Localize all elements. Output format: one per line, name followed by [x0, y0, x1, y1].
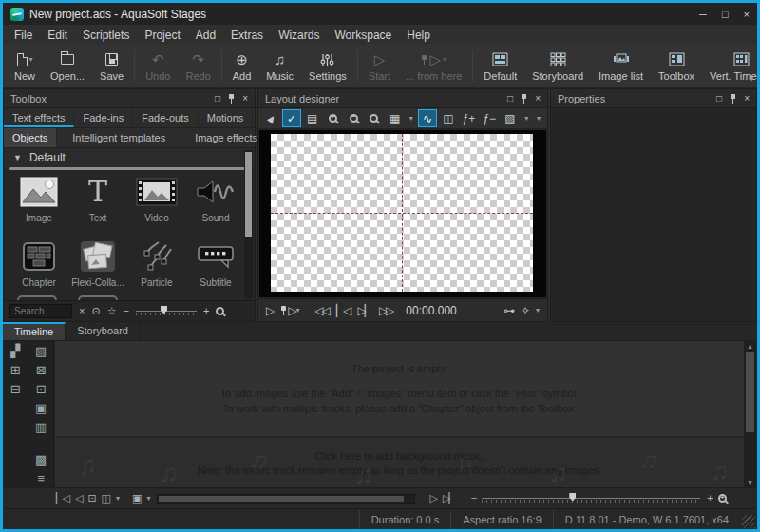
tab-timeline[interactable]: Timeline: [3, 322, 66, 340]
menu-scriptlets[interactable]: Scriptlets: [75, 28, 137, 42]
skip-to-end-icon[interactable]: ▷▏: [443, 493, 455, 504]
object-subtitle[interactable]: Subtitle: [186, 238, 245, 295]
expand-tracks-icon[interactable]: ⊞: [10, 364, 21, 376]
tab-fade-ins[interactable]: Fade-ins: [74, 108, 133, 127]
menu-add[interactable]: Add: [188, 28, 223, 42]
save-button[interactable]: Save: [92, 47, 131, 86]
pages-view-icon[interactable]: ◫: [102, 493, 109, 504]
menu-project[interactable]: Project: [137, 28, 187, 42]
select-tool-icon[interactable]: ▶: [261, 109, 281, 127]
zoom-out-icon[interactable]: −: [344, 109, 364, 127]
menu-wizards[interactable]: Wizards: [271, 28, 327, 42]
workspace-toolbox-button[interactable]: Toolbox: [651, 47, 702, 86]
timeline-empty-area[interactable]: The project is empty. To add images use …: [55, 341, 744, 436]
transparent-canvas[interactable]: [271, 134, 533, 292]
clear-search-icon[interactable]: ×: [79, 306, 85, 316]
play-from-here-button[interactable]: ▷ ▾: [280, 305, 299, 316]
float-panel-icon[interactable]: □: [215, 94, 220, 104]
scrollbar-thumb[interactable]: [159, 496, 404, 502]
object-flexi-collage[interactable]: Flexi-Colla...: [68, 238, 127, 295]
motion-path-icon[interactable]: ∿: [418, 109, 438, 127]
chevron-down-icon[interactable]: ▾: [146, 494, 150, 503]
chevron-down-icon[interactable]: ▾: [536, 306, 540, 314]
float-panel-icon[interactable]: □: [716, 94, 722, 104]
keyframe-add-icon[interactable]: ƒ+: [459, 109, 479, 127]
start-button[interactable]: ▷ Start: [361, 47, 398, 86]
effects-icon[interactable]: ✧: [521, 305, 528, 316]
pin-panel-icon[interactable]: [730, 94, 736, 104]
tab-storyboard[interactable]: Storyboard: [66, 322, 141, 340]
menu-extras[interactable]: Extras: [223, 28, 271, 42]
canvas-area[interactable]: [259, 130, 546, 297]
minimize-icon[interactable]: ─: [699, 9, 707, 20]
grid-options-caret-icon[interactable]: ▾: [406, 109, 417, 127]
view-options-icon[interactable]: ▧: [501, 109, 521, 127]
razor-tool-icon[interactable]: ▨: [35, 345, 47, 357]
skip-to-start-icon[interactable]: ▏◁: [56, 493, 68, 504]
zoom-in-timeline-icon[interactable]: +: [707, 493, 711, 504]
star-favorites-icon[interactable]: ☆: [107, 306, 117, 316]
thumbnail-view-icon[interactable]: ▣: [132, 493, 140, 504]
keyframe-remove-icon[interactable]: ƒ−: [480, 109, 500, 127]
view-options-caret-icon[interactable]: ▾: [521, 109, 532, 127]
workspace-default-button[interactable]: Default: [476, 47, 524, 86]
scroll-up-icon[interactable]: ▲: [744, 343, 756, 350]
zoom-fit-icon[interactable]: [365, 109, 385, 127]
new-button[interactable]: ▾ New: [7, 47, 43, 86]
tab-fade-outs[interactable]: Fade-outs: [133, 108, 199, 127]
scrollbar-thumb[interactable]: [746, 352, 754, 432]
menu-workspace[interactable]: Workspace: [327, 28, 399, 42]
object-chapter[interactable]: Chapter: [10, 238, 68, 295]
previous-button[interactable]: ▏◁: [336, 305, 350, 316]
scroll-down-icon[interactable]: ▼: [744, 479, 756, 485]
object-video[interactable]: Video: [127, 174, 186, 231]
play-button[interactable]: ▷: [266, 305, 273, 316]
music-button[interactable]: ♫ Music: [258, 47, 301, 86]
forward-button[interactable]: ▷▷: [379, 305, 392, 316]
camera-pan-icon[interactable]: ◫: [438, 109, 458, 127]
settings-button[interactable]: Settings: [301, 47, 354, 86]
workspace-image-list-button[interactable]: Image list: [591, 47, 651, 86]
eye-icon[interactable]: ⊙: [91, 306, 100, 316]
menu-help[interactable]: Help: [399, 28, 438, 42]
grid-icon[interactable]: ▦: [385, 109, 405, 127]
object-image[interactable]: Image: [10, 174, 68, 231]
arrange-tracks-icon[interactable]: ▞: [10, 345, 20, 357]
search-input[interactable]: [10, 304, 72, 318]
menu-edit[interactable]: Edit: [40, 28, 75, 42]
tab-intelligent-templates[interactable]: Intelligent templates: [57, 128, 181, 147]
preview-magnifier-icon[interactable]: [216, 307, 224, 315]
timeline-horizontal-scrollbar[interactable]: [157, 494, 415, 504]
export-object-icon[interactable]: ⊡: [36, 383, 47, 395]
object-text[interactable]: T Text: [68, 174, 127, 231]
keyframe-mode-icon[interactable]: ⊶: [504, 305, 513, 316]
chevron-down-icon[interactable]: ▾: [116, 494, 120, 503]
next-button[interactable]: ▷▏: [357, 305, 370, 316]
pin-panel-icon[interactable]: [228, 94, 235, 104]
duplicate-object-icon[interactable]: ▣: [35, 402, 47, 414]
zoom-in-small-icon[interactable]: +: [203, 306, 209, 316]
zoom-in-icon[interactable]: +: [323, 109, 343, 127]
maximize-icon[interactable]: □: [722, 9, 729, 20]
delete-object-icon[interactable]: ⊠: [36, 364, 47, 376]
tab-motions[interactable]: Motions: [199, 108, 254, 127]
undo-button[interactable]: ↶ Undo: [138, 47, 178, 86]
snap-tool-icon[interactable]: ✓: [282, 109, 302, 127]
tab-text-effects[interactable]: Text effects: [4, 108, 74, 127]
collapse-tracks-icon[interactable]: ⊟: [10, 383, 21, 395]
tab-objects[interactable]: Objects: [4, 128, 57, 147]
scrollbar-thumb[interactable]: [245, 152, 252, 238]
pattern-tool-icon[interactable]: ▩: [35, 453, 47, 466]
toolbox-scrollbar[interactable]: [244, 150, 253, 298]
pin-panel-icon[interactable]: [521, 94, 527, 104]
next-object-icon[interactable]: ▷: [429, 493, 435, 504]
start-from-here-button[interactable]: ▷ ▾ ... from here: [398, 47, 469, 86]
menu-file[interactable]: File: [7, 28, 40, 42]
thumbnail-size-slider[interactable]: [136, 306, 197, 317]
toolbox-group-default[interactable]: ▼ Default: [4, 148, 255, 167]
previous-object-icon[interactable]: ◁: [75, 493, 81, 504]
close-panel-icon[interactable]: ×: [242, 94, 248, 104]
timeline-zoom-slider[interactable]: [482, 493, 700, 504]
close-panel-icon[interactable]: ×: [744, 94, 750, 104]
open-button[interactable]: Open...: [43, 47, 92, 86]
